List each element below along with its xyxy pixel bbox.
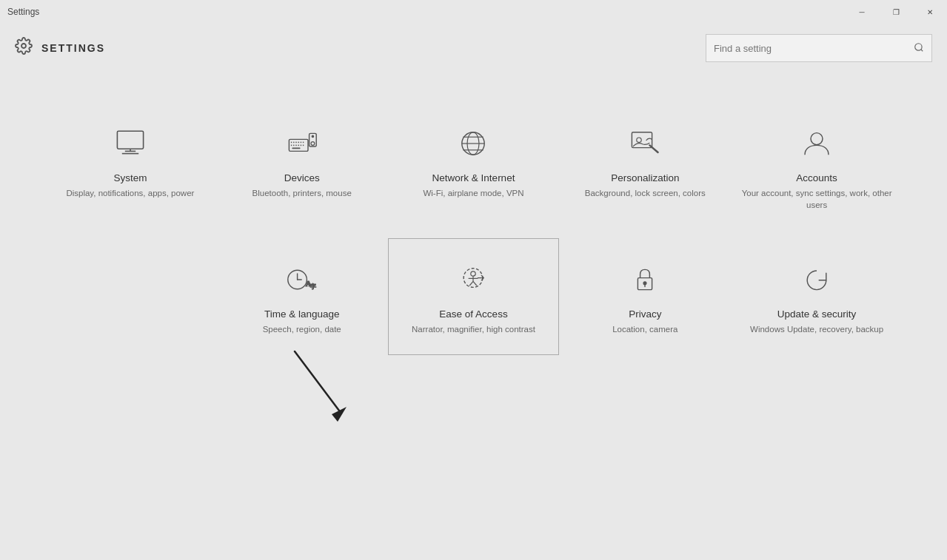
svg-line-42 xyxy=(473,282,477,286)
svg-point-30 xyxy=(637,138,641,142)
svg-line-41 xyxy=(470,282,474,286)
accounts-name: Accounts xyxy=(796,172,837,183)
setting-accounts[interactable]: Accounts Your account, sync settings, wo… xyxy=(731,102,903,231)
privacy-name: Privacy xyxy=(629,308,661,320)
title-bar-title: Settings xyxy=(0,7,39,17)
app-header: SETTINGS xyxy=(0,24,947,72)
title-bar-controls: ─ ❐ ✕ xyxy=(845,0,947,24)
network-icon xyxy=(451,125,495,162)
search-icon xyxy=(914,42,924,55)
personalization-desc: Background, lock screen, colors xyxy=(585,187,706,199)
svg-point-22 xyxy=(311,142,315,146)
settings-row-2: A 字 Time & language Speech, region, date xyxy=(44,238,903,355)
update-name: Update & security xyxy=(777,308,857,320)
update-desc: Windows Update, recovery, backup xyxy=(750,323,883,335)
devices-name: Devices xyxy=(284,172,320,183)
minimize-button[interactable]: ─ xyxy=(845,0,879,24)
setting-time[interactable]: A 字 Time & language Speech, region, date xyxy=(216,238,388,355)
ease-icon xyxy=(451,261,495,298)
search-box[interactable] xyxy=(706,34,932,62)
close-button[interactable]: ✕ xyxy=(913,0,947,24)
time-icon: A 字 xyxy=(280,261,324,298)
app-header-left: SETTINGS xyxy=(15,37,105,59)
svg-text:字: 字 xyxy=(310,283,316,290)
settings-row-1: System Display, notifications, apps, pow… xyxy=(44,102,903,231)
network-name: Network & Internet xyxy=(432,172,515,183)
svg-point-31 xyxy=(811,133,823,145)
setting-ease[interactable]: Ease of Access Narrator, magnifier, high… xyxy=(388,238,560,355)
setting-network[interactable]: Network & Internet Wi-Fi, airplane mode,… xyxy=(388,102,560,231)
svg-point-38 xyxy=(471,271,475,276)
search-input[interactable] xyxy=(714,43,914,54)
ease-name: Ease of Access xyxy=(439,308,507,320)
annotation-arrow xyxy=(272,348,361,429)
restore-button[interactable]: ❐ xyxy=(879,0,913,24)
privacy-icon xyxy=(623,261,667,298)
gear-icon xyxy=(15,37,33,59)
time-name: Time & language xyxy=(264,308,340,320)
svg-point-1 xyxy=(915,43,922,50)
setting-privacy[interactable]: Privacy Location, camera xyxy=(559,238,731,355)
ease-desc: Narrator, magnifier, high contrast xyxy=(412,323,535,335)
accounts-icon xyxy=(794,125,839,162)
personalization-icon xyxy=(623,125,667,162)
setting-personalization[interactable]: Personalization Background, lock screen,… xyxy=(559,102,731,231)
svg-point-23 xyxy=(312,135,313,137)
personalization-name: Personalization xyxy=(611,172,679,183)
annotation-container xyxy=(44,348,903,436)
svg-point-0 xyxy=(21,44,26,48)
main-content: System Display, notifications, apps, pow… xyxy=(0,72,947,451)
accounts-desc: Your account, sync settings, work, other… xyxy=(739,187,894,211)
title-bar: Settings ─ ❐ ✕ xyxy=(0,0,947,24)
privacy-desc: Location, camera xyxy=(612,323,677,335)
setting-update[interactable]: Update & security Windows Update, recove… xyxy=(731,238,903,355)
svg-rect-3 xyxy=(117,131,143,149)
system-desc: Display, notifications, apps, power xyxy=(66,187,194,199)
devices-desc: Bluetooth, printers, mouse xyxy=(252,187,352,199)
setting-system[interactable]: System Display, notifications, apps, pow… xyxy=(44,102,216,231)
empty-cell xyxy=(44,238,216,355)
svg-line-46 xyxy=(295,351,339,411)
devices-icon xyxy=(280,125,324,162)
update-icon xyxy=(794,261,839,298)
system-icon xyxy=(108,125,153,162)
app-title: SETTINGS xyxy=(41,42,105,54)
time-desc: Speech, region, date xyxy=(263,323,341,335)
setting-devices[interactable]: Devices Bluetooth, printers, mouse xyxy=(216,102,388,231)
system-name: System xyxy=(113,172,147,183)
network-desc: Wi-Fi, airplane mode, VPN xyxy=(423,187,523,199)
svg-line-2 xyxy=(921,49,923,51)
